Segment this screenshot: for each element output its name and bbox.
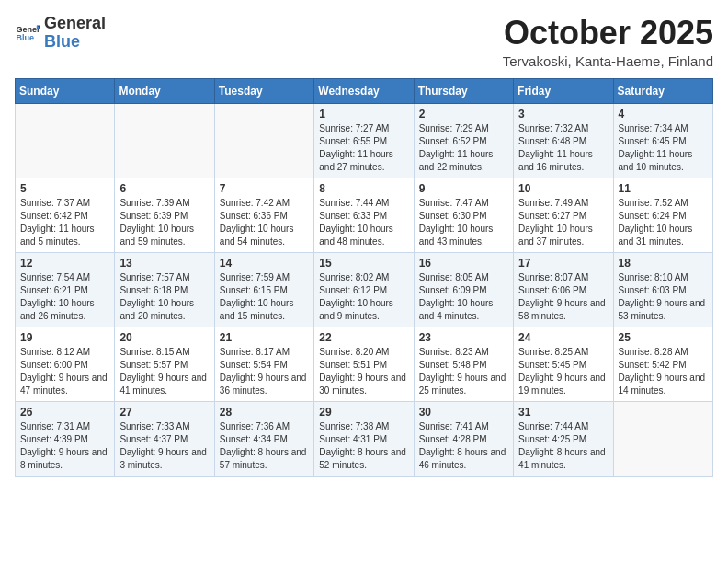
logo-blue-text: Blue bbox=[44, 33, 106, 52]
calendar-cell: 4Sunrise: 7:34 AMSunset: 6:45 PMDaylight… bbox=[613, 103, 712, 178]
calendar-table: SundayMondayTuesdayWednesdayThursdayFrid… bbox=[15, 78, 713, 477]
calendar-cell: 9Sunrise: 7:47 AMSunset: 6:30 PMDaylight… bbox=[414, 178, 513, 252]
cell-info: Sunrise: 8:05 AMSunset: 6:09 PMDaylight:… bbox=[419, 271, 508, 323]
cell-info: Sunrise: 7:44 AMSunset: 4:25 PMDaylight:… bbox=[518, 420, 608, 472]
day-number: 8 bbox=[319, 182, 408, 195]
week-row-1: 1Sunrise: 7:27 AMSunset: 6:55 PMDaylight… bbox=[16, 103, 713, 178]
calendar-cell bbox=[214, 103, 313, 178]
day-number: 28 bbox=[220, 406, 309, 419]
location-subtitle: Tervakoski, Kanta-Haeme, Finland bbox=[503, 53, 713, 69]
calendar-cell: 30Sunrise: 7:41 AMSunset: 4:28 PMDayligh… bbox=[414, 401, 513, 476]
calendar-cell: 16Sunrise: 8:05 AMSunset: 6:09 PMDayligh… bbox=[414, 252, 513, 327]
svg-text:Blue: Blue bbox=[16, 33, 34, 42]
cell-info: Sunrise: 8:07 AMSunset: 6:06 PMDaylight:… bbox=[518, 271, 608, 323]
calendar-cell: 11Sunrise: 7:52 AMSunset: 6:24 PMDayligh… bbox=[613, 178, 712, 252]
logo-icon: General Blue bbox=[15, 20, 40, 46]
calendar-cell: 15Sunrise: 8:02 AMSunset: 6:12 PMDayligh… bbox=[314, 252, 414, 327]
page-header: General Blue General Blue October 2025 T… bbox=[15, 15, 713, 69]
cell-info: Sunrise: 7:31 AMSunset: 4:39 PMDaylight:… bbox=[20, 420, 109, 472]
calendar-cell: 3Sunrise: 7:32 AMSunset: 6:48 PMDaylight… bbox=[514, 103, 613, 178]
day-number: 17 bbox=[518, 257, 608, 270]
cell-info: Sunrise: 7:54 AMSunset: 6:21 PMDaylight:… bbox=[20, 271, 109, 323]
week-row-5: 26Sunrise: 7:31 AMSunset: 4:39 PMDayligh… bbox=[16, 401, 713, 476]
calendar-cell: 31Sunrise: 7:44 AMSunset: 4:25 PMDayligh… bbox=[514, 401, 613, 476]
day-number: 10 bbox=[518, 182, 608, 195]
cell-info: Sunrise: 7:47 AMSunset: 6:30 PMDaylight:… bbox=[419, 197, 508, 248]
day-number: 16 bbox=[419, 257, 508, 270]
cell-info: Sunrise: 7:52 AMSunset: 6:24 PMDaylight:… bbox=[619, 197, 708, 248]
week-row-4: 19Sunrise: 8:12 AMSunset: 6:00 PMDayligh… bbox=[16, 327, 713, 401]
day-number: 9 bbox=[419, 182, 508, 195]
cell-info: Sunrise: 7:49 AMSunset: 6:27 PMDaylight:… bbox=[518, 197, 608, 248]
day-number: 2 bbox=[419, 108, 508, 121]
cell-info: Sunrise: 8:02 AMSunset: 6:12 PMDaylight:… bbox=[319, 271, 408, 323]
calendar-cell: 25Sunrise: 8:28 AMSunset: 5:42 PMDayligh… bbox=[613, 327, 712, 401]
day-number: 18 bbox=[619, 257, 708, 270]
day-number: 7 bbox=[220, 182, 309, 195]
day-number: 26 bbox=[20, 406, 109, 419]
cell-info: Sunrise: 7:38 AMSunset: 4:31 PMDaylight:… bbox=[319, 420, 408, 472]
col-header-wednesday: Wednesday bbox=[314, 78, 414, 103]
cell-info: Sunrise: 7:34 AMSunset: 6:45 PMDaylight:… bbox=[619, 122, 708, 174]
cell-info: Sunrise: 7:27 AMSunset: 6:55 PMDaylight:… bbox=[319, 122, 408, 174]
cell-info: Sunrise: 7:36 AMSunset: 4:34 PMDaylight:… bbox=[220, 420, 309, 472]
day-number: 15 bbox=[319, 257, 408, 270]
title-block: October 2025 Tervakoski, Kanta-Haeme, Fi… bbox=[503, 15, 713, 69]
header-row: SundayMondayTuesdayWednesdayThursdayFrid… bbox=[16, 78, 713, 103]
day-number: 1 bbox=[319, 108, 408, 121]
day-number: 11 bbox=[619, 182, 708, 195]
cell-info: Sunrise: 7:57 AMSunset: 6:18 PMDaylight:… bbox=[119, 271, 209, 323]
calendar-cell: 5Sunrise: 7:37 AMSunset: 6:42 PMDaylight… bbox=[16, 178, 115, 252]
calendar-cell: 17Sunrise: 8:07 AMSunset: 6:06 PMDayligh… bbox=[514, 252, 613, 327]
calendar-cell: 21Sunrise: 8:17 AMSunset: 5:54 PMDayligh… bbox=[214, 327, 313, 401]
calendar-cell: 13Sunrise: 7:57 AMSunset: 6:18 PMDayligh… bbox=[115, 252, 214, 327]
day-number: 23 bbox=[419, 331, 508, 344]
cell-info: Sunrise: 7:29 AMSunset: 6:52 PMDaylight:… bbox=[419, 122, 508, 174]
calendar-cell bbox=[115, 103, 214, 178]
col-header-monday: Monday bbox=[115, 78, 214, 103]
calendar-cell: 18Sunrise: 8:10 AMSunset: 6:03 PMDayligh… bbox=[613, 252, 712, 327]
calendar-cell: 8Sunrise: 7:44 AMSunset: 6:33 PMDaylight… bbox=[314, 178, 414, 252]
cell-info: Sunrise: 8:28 AMSunset: 5:42 PMDaylight:… bbox=[619, 346, 708, 397]
cell-info: Sunrise: 8:20 AMSunset: 5:51 PMDaylight:… bbox=[319, 346, 408, 397]
calendar-cell: 27Sunrise: 7:33 AMSunset: 4:37 PMDayligh… bbox=[115, 401, 214, 476]
calendar-cell bbox=[613, 401, 712, 476]
day-number: 24 bbox=[518, 331, 608, 344]
calendar-cell: 7Sunrise: 7:42 AMSunset: 6:36 PMDaylight… bbox=[214, 178, 313, 252]
day-number: 4 bbox=[619, 108, 708, 121]
day-number: 30 bbox=[419, 406, 508, 419]
calendar-cell: 23Sunrise: 8:23 AMSunset: 5:48 PMDayligh… bbox=[414, 327, 513, 401]
cell-info: Sunrise: 7:37 AMSunset: 6:42 PMDaylight:… bbox=[20, 197, 109, 248]
day-number: 20 bbox=[119, 331, 209, 344]
cell-info: Sunrise: 8:12 AMSunset: 6:00 PMDaylight:… bbox=[20, 346, 109, 397]
calendar-cell: 6Sunrise: 7:39 AMSunset: 6:39 PMDaylight… bbox=[115, 178, 214, 252]
calendar-cell: 29Sunrise: 7:38 AMSunset: 4:31 PMDayligh… bbox=[314, 401, 414, 476]
cell-info: Sunrise: 7:39 AMSunset: 6:39 PMDaylight:… bbox=[119, 197, 209, 248]
day-number: 14 bbox=[220, 257, 309, 270]
calendar-cell: 26Sunrise: 7:31 AMSunset: 4:39 PMDayligh… bbox=[16, 401, 115, 476]
day-number: 12 bbox=[20, 257, 109, 270]
calendar-cell: 19Sunrise: 8:12 AMSunset: 6:00 PMDayligh… bbox=[16, 327, 115, 401]
day-number: 19 bbox=[20, 331, 109, 344]
day-number: 25 bbox=[619, 331, 708, 344]
calendar-cell: 2Sunrise: 7:29 AMSunset: 6:52 PMDaylight… bbox=[414, 103, 513, 178]
day-number: 21 bbox=[220, 331, 309, 344]
cell-info: Sunrise: 8:17 AMSunset: 5:54 PMDaylight:… bbox=[220, 346, 309, 397]
day-number: 27 bbox=[119, 406, 209, 419]
cell-info: Sunrise: 7:33 AMSunset: 4:37 PMDaylight:… bbox=[119, 420, 209, 472]
calendar-cell: 20Sunrise: 8:15 AMSunset: 5:57 PMDayligh… bbox=[115, 327, 214, 401]
calendar-cell: 28Sunrise: 7:36 AMSunset: 4:34 PMDayligh… bbox=[214, 401, 313, 476]
week-row-3: 12Sunrise: 7:54 AMSunset: 6:21 PMDayligh… bbox=[16, 252, 713, 327]
day-number: 29 bbox=[319, 406, 408, 419]
day-number: 31 bbox=[518, 406, 608, 419]
calendar-cell: 10Sunrise: 7:49 AMSunset: 6:27 PMDayligh… bbox=[514, 178, 613, 252]
cell-info: Sunrise: 7:44 AMSunset: 6:33 PMDaylight:… bbox=[319, 197, 408, 248]
cell-info: Sunrise: 8:23 AMSunset: 5:48 PMDaylight:… bbox=[419, 346, 508, 397]
day-number: 13 bbox=[119, 257, 209, 270]
day-number: 22 bbox=[319, 331, 408, 344]
cell-info: Sunrise: 7:41 AMSunset: 4:28 PMDaylight:… bbox=[419, 420, 508, 472]
day-number: 3 bbox=[518, 108, 608, 121]
col-header-saturday: Saturday bbox=[613, 78, 712, 103]
calendar-cell: 12Sunrise: 7:54 AMSunset: 6:21 PMDayligh… bbox=[16, 252, 115, 327]
cell-info: Sunrise: 8:25 AMSunset: 5:45 PMDaylight:… bbox=[518, 346, 608, 397]
